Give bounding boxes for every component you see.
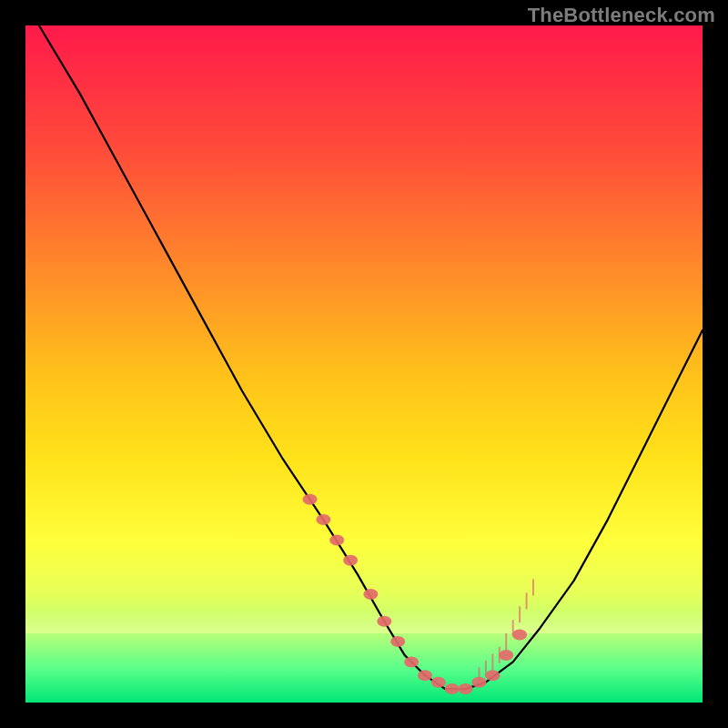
svg-point-14: [499, 650, 513, 661]
svg-point-8: [418, 670, 432, 681]
markers-svg: [25, 25, 703, 703]
svg-point-2: [329, 534, 344, 545]
svg-point-9: [431, 677, 446, 688]
curve-svg: [25, 25, 703, 703]
svg-point-6: [390, 636, 405, 647]
svg-point-4: [363, 589, 378, 600]
svg-point-3: [343, 555, 358, 566]
svg-point-0: [303, 494, 318, 505]
svg-point-7: [404, 656, 419, 667]
svg-point-12: [472, 677, 487, 688]
svg-point-10: [445, 683, 460, 694]
svg-point-1: [316, 514, 330, 525]
sand-band: [25, 610, 703, 633]
chart-stage: TheBottleneck.com: [0, 0, 728, 728]
svg-point-11: [459, 683, 473, 694]
svg-point-13: [485, 670, 500, 681]
plot-area: [25, 25, 703, 703]
watermark-text: TheBottleneck.com: [528, 4, 715, 27]
